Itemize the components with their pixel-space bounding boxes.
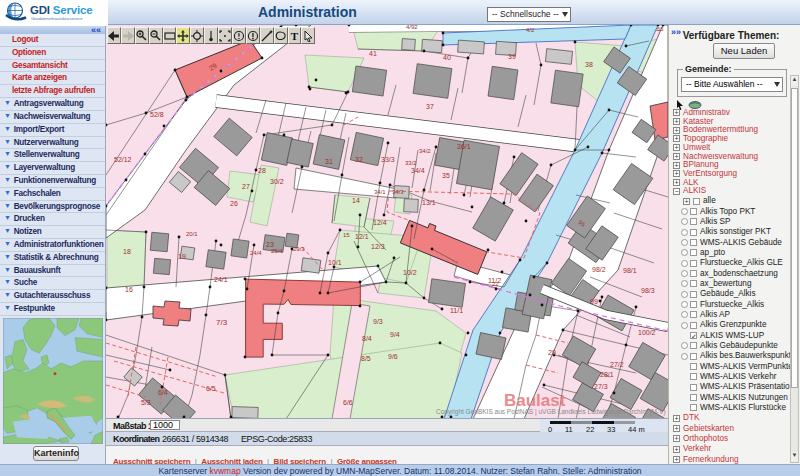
svg-text:34/1: 34/1	[374, 189, 386, 195]
svg-text:16: 16	[125, 286, 133, 293]
svg-text:12/1: 12/1	[355, 233, 369, 240]
svg-text:52/12: 52/12	[114, 156, 132, 163]
svg-text:27/3: 27/3	[594, 383, 608, 390]
svg-text:100/2: 100/2	[638, 329, 656, 336]
svg-text:33/3: 33/3	[381, 156, 395, 163]
svg-text:8/5: 8/5	[361, 355, 371, 362]
svg-text:10/2: 10/2	[403, 269, 417, 276]
svg-text:6/4: 6/4	[158, 389, 168, 396]
svg-text:25/4: 25/4	[271, 248, 283, 254]
svg-text:31: 31	[325, 158, 333, 165]
svg-text:27/2: 27/2	[610, 361, 624, 368]
svg-text:9/6: 9/6	[388, 353, 398, 360]
svg-text:41: 41	[369, 50, 377, 57]
svg-text:34/2: 34/2	[419, 148, 431, 154]
svg-text:99: 99	[590, 298, 598, 305]
svg-text:52/8: 52/8	[150, 111, 164, 118]
svg-text:65: 65	[657, 26, 664, 32]
svg-text:11/1: 11/1	[450, 307, 463, 314]
svg-text:Copyright GeoBKIS aus PostNAS: Copyright GeoBKIS aus PostNAS | uVGB Lan…	[436, 408, 666, 416]
svg-text:22: 22	[492, 281, 499, 287]
svg-text:29: 29	[548, 349, 556, 356]
svg-text:14: 14	[352, 197, 360, 204]
svg-text:23: 23	[266, 241, 274, 248]
svg-text:40: 40	[443, 54, 451, 61]
svg-text:36/1: 36/1	[457, 143, 471, 150]
svg-text:4/2: 4/2	[526, 27, 535, 33]
svg-text:34/4: 34/4	[411, 167, 425, 174]
svg-text:29/3: 29/3	[293, 246, 305, 252]
svg-text:5/3: 5/3	[141, 399, 151, 406]
svg-text:18: 18	[123, 248, 131, 255]
svg-text:39: 39	[508, 53, 516, 60]
svg-text:6/6: 6/6	[343, 399, 353, 406]
svg-text:20/1: 20/1	[186, 231, 198, 237]
svg-text:8/4: 8/4	[362, 335, 372, 342]
svg-text:37: 37	[426, 103, 434, 110]
svg-text:98/2: 98/2	[592, 266, 606, 273]
svg-text:4/92: 4/92	[406, 25, 418, 30]
svg-text:98/1: 98/1	[623, 267, 637, 274]
svg-text:35: 35	[442, 172, 450, 179]
svg-text:15: 15	[343, 232, 350, 238]
svg-text:34/3: 34/3	[392, 189, 404, 195]
svg-text:6/5: 6/5	[206, 385, 216, 392]
svg-text:24/1: 24/1	[214, 276, 228, 283]
svg-text:38: 38	[585, 61, 593, 68]
svg-text:24/4: 24/4	[250, 250, 262, 256]
svg-text:13/1: 13/1	[422, 199, 436, 206]
svg-text:32: 32	[355, 156, 363, 163]
svg-text:33/2: 33/2	[405, 160, 417, 166]
svg-text:7/3: 7/3	[216, 318, 228, 327]
svg-text:10/1: 10/1	[328, 259, 342, 266]
svg-text:19: 19	[178, 253, 186, 260]
svg-text:12/4: 12/4	[373, 219, 387, 226]
svg-text:98/3: 98/3	[641, 287, 655, 294]
svg-text:30/2: 30/2	[270, 178, 284, 185]
svg-text:26: 26	[230, 200, 238, 207]
svg-text:28: 28	[258, 167, 266, 174]
svg-text:27: 27	[242, 183, 250, 190]
svg-text:12/3: 12/3	[371, 243, 385, 250]
svg-text:9/3: 9/3	[373, 318, 383, 325]
svg-text:28/1: 28/1	[600, 371, 614, 378]
svg-text:9/4: 9/4	[390, 331, 400, 338]
